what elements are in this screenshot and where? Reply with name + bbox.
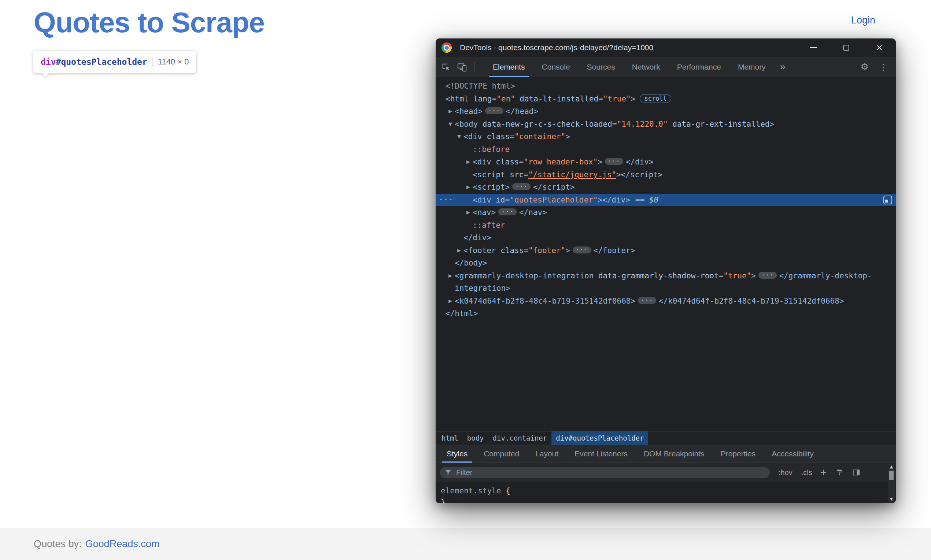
expand-arrow-icon[interactable]: ▶ bbox=[465, 206, 472, 219]
scroll-badge[interactable]: scroll bbox=[640, 94, 671, 103]
code-segment: == $0 bbox=[636, 195, 659, 205]
dom-node[interactable]: <script src="/static/jquery.js"></script… bbox=[435, 168, 896, 181]
collapsed-content-icon[interactable]: ··· bbox=[572, 246, 591, 254]
code-segment: = bbox=[509, 132, 514, 141]
collapsed-content-icon[interactable]: ··· bbox=[498, 208, 517, 215]
dom-node[interactable]: ▶<grammarly-desktop-integration data-gra… bbox=[435, 269, 896, 282]
expand-arrow-icon[interactable]: ▶ bbox=[446, 295, 454, 308]
styles-tab-computed[interactable]: Computed bbox=[476, 445, 527, 463]
styles-tab-dom-breakpoints[interactable]: DOM Breakpoints bbox=[636, 445, 712, 463]
code-segment: lang bbox=[469, 94, 492, 103]
minimize-button[interactable] bbox=[797, 38, 830, 57]
device-toolbar-icon[interactable] bbox=[457, 62, 467, 72]
close-button[interactable]: × bbox=[863, 38, 896, 57]
dom-node[interactable]: ▼<div class="container"> bbox=[435, 131, 896, 143]
maximize-button[interactable] bbox=[830, 38, 863, 57]
devtools-titlebar[interactable]: DevTools - quotes.toscrape.com/js-delaye… bbox=[435, 38, 896, 57]
code-segment: <html bbox=[446, 94, 469, 103]
collapsed-content-icon[interactable]: ··· bbox=[638, 297, 656, 304]
scroll-down-icon[interactable]: ▼ bbox=[890, 497, 893, 502]
node-marker-icon[interactable] bbox=[883, 195, 892, 205]
brush-icon[interactable] bbox=[836, 468, 843, 477]
dom-node[interactable]: ▶<k0474d64f-b2f8-48c4-b719-315142df0668>… bbox=[435, 295, 896, 308]
code-segment: > bbox=[631, 94, 636, 103]
dom-node-selected[interactable]: ···<div id="quotesPlaceholder"></div>== … bbox=[435, 194, 896, 206]
settings-gear-icon[interactable]: ⚙ bbox=[861, 62, 869, 72]
collapse-arrow-icon[interactable]: ▼ bbox=[446, 118, 454, 131]
devtools-tab-performance[interactable]: Performance bbox=[669, 57, 729, 77]
more-tabs-icon[interactable]: » bbox=[774, 61, 791, 72]
code-segment: data-new-gr-c-s-check-loaded bbox=[478, 120, 612, 129]
footer-goodreads-link[interactable]: GoodReads.com bbox=[85, 538, 160, 550]
devtools-tab-network[interactable]: Network bbox=[623, 57, 669, 77]
styles-tab-accessibility[interactable]: Accessibility bbox=[763, 445, 822, 463]
collapsed-content-icon[interactable]: ··· bbox=[512, 183, 531, 190]
chrome-logo-icon bbox=[442, 43, 452, 53]
filter-funnel-icon bbox=[445, 469, 452, 476]
devtools-tab-console[interactable]: Console bbox=[534, 57, 579, 77]
kebab-menu-icon[interactable]: ⋮ bbox=[879, 62, 888, 72]
dom-node[interactable]: <!DOCTYPE html> bbox=[435, 80, 896, 93]
dom-node[interactable]: ▶<head>···</head> bbox=[435, 105, 896, 118]
styles-pane[interactable]: element.style { } bbox=[435, 482, 896, 503]
breadcrumb-item-div-container[interactable]: div.container bbox=[488, 431, 552, 445]
code-segment: "quotesPlaceholder" bbox=[509, 195, 598, 205]
styles-tab-properties[interactable]: Properties bbox=[712, 445, 764, 463]
breadcrumb-item-body[interactable]: body bbox=[463, 431, 488, 445]
dom-node[interactable]: ::before bbox=[435, 143, 896, 156]
filter-input[interactable] bbox=[455, 468, 765, 477]
code-segment: <head> bbox=[455, 107, 483, 116]
collapsed-content-icon[interactable]: ··· bbox=[759, 272, 777, 279]
expand-arrow-icon[interactable]: ▶ bbox=[446, 269, 454, 282]
breadcrumb-item-html[interactable]: html bbox=[437, 431, 463, 445]
expand-arrow-icon[interactable]: ▶ bbox=[465, 181, 472, 194]
expand-arrow-icon[interactable]: ▶ bbox=[465, 155, 472, 168]
login-link[interactable]: Login bbox=[851, 15, 875, 26]
devtools-tab-sources[interactable]: Sources bbox=[579, 57, 623, 77]
code-segment[interactable]: "/static/jquery.js" bbox=[528, 170, 616, 179]
collapsed-content-icon[interactable]: ··· bbox=[485, 107, 503, 114]
styles-filter-bar: :hov.cls+ bbox=[435, 463, 896, 482]
devtools-tab-memory[interactable]: Memory bbox=[729, 57, 774, 77]
element-classes-button[interactable]: .cls bbox=[801, 468, 812, 477]
dom-node[interactable]: ▶<script>···</script> bbox=[435, 181, 896, 194]
devtools-toolbar: ElementsConsoleSourcesNetworkPerformance… bbox=[435, 57, 896, 77]
dom-node[interactable]: </body> bbox=[435, 257, 896, 269]
code-segment: data-lt-installed bbox=[515, 94, 599, 103]
dom-node[interactable]: ▶<footer class="footer">···</footer> bbox=[435, 244, 896, 257]
dom-node[interactable]: integration> bbox=[435, 282, 896, 295]
dom-node[interactable]: ▼<body data-new-gr-c-s-check-loaded="14.… bbox=[435, 118, 896, 131]
inspect-element-icon[interactable] bbox=[441, 62, 451, 72]
dom-node[interactable]: </div> bbox=[435, 231, 896, 244]
toggle-element-state-button[interactable]: :hov bbox=[779, 468, 793, 477]
node-more-actions-icon[interactable]: ··· bbox=[439, 194, 454, 206]
styles-scrollbar[interactable]: ▲ ▼ bbox=[888, 464, 895, 503]
styles-tab-layout[interactable]: Layout bbox=[527, 445, 566, 463]
breadcrumb-item-div-quotesplaceholder[interactable]: div#quotesPlaceholder bbox=[551, 431, 648, 445]
dom-node[interactable]: ▶<nav>···</nav> bbox=[435, 206, 896, 219]
code-segment: > bbox=[565, 246, 570, 255]
filter-field[interactable] bbox=[440, 467, 770, 478]
code-segment: ></script> bbox=[616, 170, 662, 179]
sidebar-toggle-icon[interactable] bbox=[852, 468, 860, 477]
dom-node[interactable]: </html> bbox=[435, 307, 896, 320]
element-style-rule[interactable]: element.style { bbox=[441, 485, 896, 497]
tooltip-divider bbox=[152, 57, 153, 67]
code-segment: </k0474d64f-b2f8-48c4-b719-315142df0668> bbox=[659, 297, 844, 305]
dom-node[interactable]: ▶<div class="row header-box">···</div> bbox=[435, 155, 896, 168]
expand-arrow-icon[interactable]: ▶ bbox=[455, 244, 463, 257]
new-style-rule-button[interactable]: + bbox=[820, 467, 826, 478]
styles-tab-styles[interactable]: Styles bbox=[439, 445, 476, 463]
styles-tab-event-listeners[interactable]: Event Listeners bbox=[566, 445, 636, 463]
collapse-arrow-icon[interactable]: ▼ bbox=[455, 131, 463, 143]
scroll-thumb[interactable] bbox=[889, 471, 894, 480]
inspect-tooltip: div#quotesPlaceholder 1140 × 0 bbox=[33, 51, 196, 73]
collapsed-content-icon[interactable]: ··· bbox=[605, 158, 623, 165]
scroll-up-icon[interactable]: ▲ bbox=[890, 465, 893, 469]
expand-arrow-icon[interactable]: ▶ bbox=[446, 105, 454, 118]
dom-node[interactable]: <html lang="en" data-lt-installed="true"… bbox=[435, 93, 896, 106]
code-segment: > bbox=[770, 120, 774, 129]
dom-node[interactable]: ::after bbox=[435, 219, 896, 232]
devtools-tab-elements[interactable]: Elements bbox=[485, 57, 534, 77]
code-segment: integration> bbox=[455, 284, 510, 292]
